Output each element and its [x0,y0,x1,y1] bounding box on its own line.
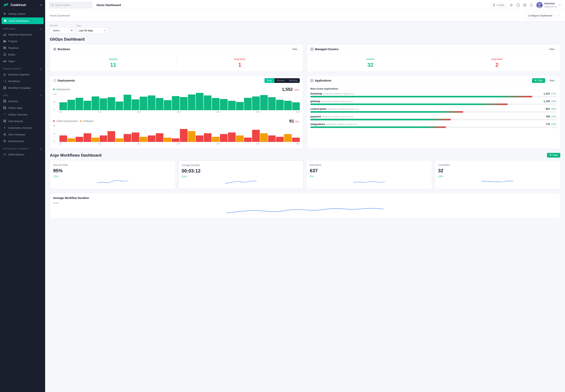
bar[interactable] [75,137,83,142]
bar[interactable] [276,137,284,142]
more-options-icon[interactable]: ⋮ [557,14,560,18]
bar[interactable] [75,98,83,110]
bar[interactable] [107,97,115,110]
bar[interactable] [140,97,147,110]
bar[interactable] [180,129,188,142]
bar[interactable] [148,135,155,142]
bar[interactable] [164,100,171,110]
bar[interactable] [148,96,155,110]
bar[interactable] [116,101,123,110]
sidebar-item-environments[interactable]: Environments [0,138,45,144]
bar[interactable] [212,137,220,142]
tab-monthly[interactable]: Monthly [287,78,300,83]
bar[interactable] [236,102,244,110]
hamburger-icon[interactable]: ≡ [40,3,42,7]
configure-dashboard-button[interactable]: Configure Dashboard [525,13,555,19]
bar[interactable] [164,138,171,142]
help-icon[interactable]: ? [516,3,520,7]
bar[interactable] [59,135,67,142]
workflows-section-toggle[interactable]: ∧ [40,67,42,70]
sidebar-item-gitops-overview[interactable]: GitOps Overview [0,111,45,118]
sidebar-item-workflow-templates[interactable]: Workflow Templates [0,84,45,91]
tab-daily[interactable]: Daily [265,78,274,83]
bar[interactable] [292,102,300,110]
bar[interactable] [204,96,211,110]
bar[interactable] [92,138,99,142]
sidebar-item-home-dashboard[interactable]: Home Dashboard [1,17,44,24]
bar[interactable] [220,134,228,142]
sidebar-item-getting-started[interactable]: Getting Started [0,10,45,17]
bar[interactable] [84,133,91,142]
bar[interactable] [84,101,91,110]
settings-icon[interactable] [510,3,513,7]
sidebar-item-kubernetes-services[interactable]: Kubernetes Services [0,125,45,131]
date-select[interactable]: Last 30 days [76,28,108,33]
bar[interactable] [107,131,115,142]
clusters-view-button[interactable]: View [547,47,557,52]
sidebar-item-dora-metrics[interactable]: DORA Metrics [0,151,45,158]
artifacts-section-toggle[interactable]: ∧ [40,147,42,150]
bar[interactable] [276,100,284,110]
bar[interactable] [252,130,260,142]
bar[interactable] [220,99,228,110]
bar[interactable] [67,100,75,110]
bar[interactable] [59,102,67,110]
bar[interactable] [292,138,300,142]
bar[interactable] [132,132,139,142]
bar[interactable] [268,97,276,110]
bar[interactable] [196,135,203,142]
list-icon[interactable] [523,3,527,7]
apps-filter-button[interactable]: Filter [532,78,545,83]
tab-weekly[interactable]: Weekly [274,78,287,83]
pipelines-section-toggle[interactable]: ∧ [40,27,42,30]
bar[interactable] [228,101,236,110]
sidebar-item-gitops-apps[interactable]: GitOps Apps [0,104,45,111]
bar[interactable] [132,99,139,110]
sidebar-item-pipelines-dashboard[interactable]: Pipelines Dashboard [0,31,45,38]
bar[interactable] [204,133,211,142]
ops-section-toggle[interactable]: ∧ [40,94,42,97]
bar[interactable] [260,133,268,142]
search-box[interactable]: Quick Search [49,2,92,8]
bar[interactable] [284,101,292,110]
runtime-select[interactable]: Select [50,28,73,33]
bar[interactable] [284,134,292,142]
bar[interactable] [260,95,268,110]
bar[interactable] [252,97,260,110]
argo-filter-button[interactable]: Filter [547,153,560,158]
bar[interactable] [100,98,107,110]
bar[interactable] [236,135,244,142]
sidebar-item-services[interactable]: Services [0,98,45,104]
sidebar-item-projects[interactable]: Projects [0,38,45,44]
bar[interactable] [268,135,276,142]
bar[interactable] [140,137,147,142]
bar[interactable] [67,138,75,142]
bar[interactable] [244,98,252,110]
bar[interactable] [188,95,196,110]
bar[interactable] [188,131,196,142]
sidebar-item-pipelines[interactable]: Pipelines [0,44,45,51]
sidebar-item-helm-boards[interactable]: Helm Boards [0,118,45,125]
bar[interactable] [244,138,252,142]
sidebar-item-builds[interactable]: Builds [0,51,45,58]
sidebar-item-workflow-pipelines[interactable]: Workflow Pipelines [0,71,45,78]
bar[interactable] [116,138,123,142]
bar[interactable] [92,97,99,110]
bell-icon[interactable] [530,3,533,7]
bar[interactable] [100,135,107,142]
builds-counter[interactable]: 3 (34s) [491,2,506,7]
bar[interactable] [228,132,236,142]
runtimes-view-button[interactable]: View [290,47,300,52]
user-info[interactable]: idanarbel codefresh-inc [536,2,561,8]
bar[interactable] [196,93,203,110]
bar[interactable] [124,95,131,110]
bar[interactable] [156,133,164,142]
sidebar-item-steps[interactable]: Steps [0,58,45,65]
sidebar-item-helm-releases[interactable]: Helm Releases [0,131,45,138]
bar[interactable] [156,98,164,110]
bar[interactable] [180,97,188,110]
bar[interactable] [172,96,179,110]
sidebar-item-workflows[interactable]: Workflows [0,78,45,84]
bar[interactable] [172,138,179,142]
bar[interactable] [212,98,220,110]
